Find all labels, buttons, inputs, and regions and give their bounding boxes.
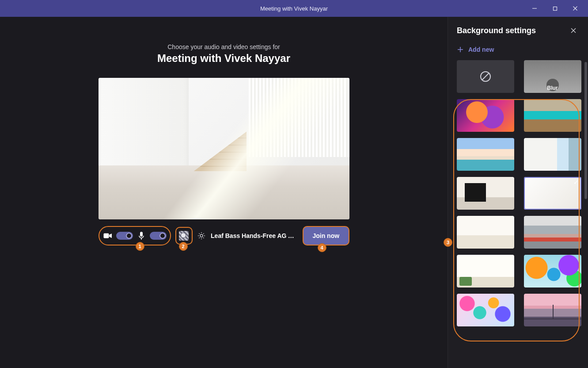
microphone-icon xyxy=(137,231,146,241)
background-filters-icon xyxy=(179,231,189,241)
bg-option-blur-label: Blur xyxy=(524,85,581,91)
join-now-button[interactable]: Join now xyxy=(303,226,349,245)
av-toggle-group xyxy=(99,226,171,245)
audio-device-label[interactable]: Leaf Bass Hands-Free AG Au… xyxy=(211,232,295,239)
close-button[interactable] xyxy=(565,0,585,17)
bg-option-image[interactable] xyxy=(457,216,514,249)
annotation-badge-2: 2 xyxy=(179,242,188,251)
plus-icon xyxy=(457,46,464,53)
check-icon: ✓ xyxy=(573,179,579,186)
bg-option-blur[interactable]: Blur xyxy=(524,60,581,93)
bg-option-image[interactable] xyxy=(524,294,581,326)
bg-option-image-selected[interactable]: ✓ xyxy=(524,177,581,210)
add-new-background-button[interactable]: Add new xyxy=(448,39,588,60)
window-controls xyxy=(524,0,585,17)
background-settings-panel: Background settings Add new Blur xyxy=(448,17,588,368)
bg-option-image[interactable] xyxy=(457,255,514,288)
titlebar: Meeting with Vivek Nayyar xyxy=(0,0,588,17)
camera-toggle[interactable] xyxy=(116,232,133,240)
svg-point-7 xyxy=(200,234,203,237)
bg-option-image[interactable] xyxy=(524,255,581,288)
camera-icon xyxy=(103,231,113,241)
bg-option-image[interactable] xyxy=(457,138,514,171)
bg-option-image[interactable] xyxy=(524,216,581,249)
meeting-title: Meeting with Vivek Nayyar xyxy=(157,52,290,65)
annotation-badge-3: 3 xyxy=(444,238,452,247)
svg-line-13 xyxy=(482,73,489,80)
maximize-button[interactable] xyxy=(545,0,565,17)
bg-option-image[interactable] xyxy=(524,138,581,171)
panel-title: Background settings xyxy=(457,26,536,35)
video-preview xyxy=(99,78,349,219)
device-settings-button[interactable] xyxy=(197,231,206,241)
bg-option-image[interactable] xyxy=(457,177,514,210)
window-title: Meeting with Vivek Nayyar xyxy=(260,5,328,12)
panel-close-button[interactable] xyxy=(568,25,579,36)
bg-option-none[interactable] xyxy=(457,60,514,93)
svg-rect-4 xyxy=(103,234,109,238)
mic-toggle[interactable] xyxy=(150,232,167,240)
prejoin-controls: Leaf Bass Hands-Free AG Au… Join now xyxy=(99,226,349,246)
prejoin-subtitle: Choose your audio and video settings for xyxy=(167,43,280,50)
bg-option-image[interactable] xyxy=(457,99,514,132)
svg-rect-1 xyxy=(553,7,557,10)
annotation-badge-1: 1 xyxy=(136,242,144,251)
none-icon xyxy=(479,70,492,83)
scrollbar[interactable] xyxy=(584,62,587,199)
annotation-badge-4: 4 xyxy=(318,243,326,252)
svg-rect-5 xyxy=(140,232,143,237)
background-options-grid: Blur ✓ xyxy=(457,60,584,326)
pre-join-main: Choose your audio and video settings for… xyxy=(0,17,448,368)
bg-option-image[interactable] xyxy=(524,99,581,132)
join-now-label: Join now xyxy=(312,232,339,239)
bg-option-image[interactable] xyxy=(457,294,514,326)
minimize-button[interactable] xyxy=(524,0,545,17)
add-new-label: Add new xyxy=(468,46,494,53)
